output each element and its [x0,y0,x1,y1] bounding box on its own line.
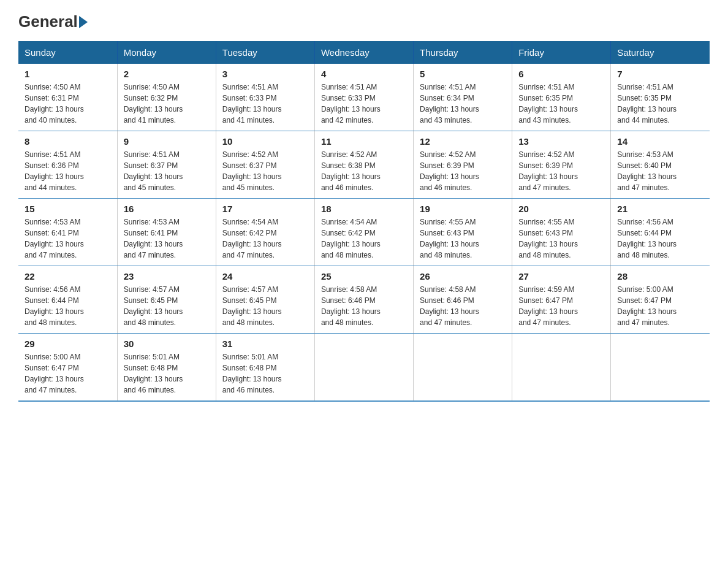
day-cell: 8 Sunrise: 4:51 AM Sunset: 6:36 PM Dayli… [18,131,117,199]
header-day-thursday: Thursday [414,41,512,64]
day-number: 26 [420,271,506,282]
day-detail: Sunrise: 4:54 AM Sunset: 6:42 PM Dayligh… [321,216,407,261]
day-cell: 30 Sunrise: 5:01 AM Sunset: 6:48 PM Dayl… [117,334,216,402]
day-detail: Sunrise: 4:55 AM Sunset: 6:43 PM Dayligh… [420,216,506,261]
day-detail: Sunrise: 4:51 AM Sunset: 6:35 PM Dayligh… [518,82,604,126]
header-day-monday: Monday [117,41,216,64]
day-number: 6 [518,69,604,79]
day-cell: 3 Sunrise: 4:51 AM Sunset: 6:33 PM Dayli… [216,64,314,131]
day-cell: 7 Sunrise: 4:51 AM Sunset: 6:35 PM Dayli… [611,64,710,131]
day-number: 31 [222,339,308,349]
calendar-body: 1 Sunrise: 4:50 AM Sunset: 6:31 PM Dayli… [18,64,710,401]
day-detail: Sunrise: 4:52 AM Sunset: 6:38 PM Dayligh… [321,149,407,193]
header-row: SundayMondayTuesdayWednesdayThursdayFrid… [18,41,710,64]
calendar-table: SundayMondayTuesdayWednesdayThursdayFrid… [18,41,710,402]
day-number: 9 [124,136,210,147]
day-detail: Sunrise: 4:52 AM Sunset: 6:39 PM Dayligh… [518,149,604,193]
header-day-wednesday: Wednesday [314,41,413,64]
day-number: 13 [518,136,604,147]
day-number: 19 [420,204,506,214]
day-detail: Sunrise: 4:55 AM Sunset: 6:43 PM Dayligh… [518,216,604,261]
day-detail: Sunrise: 4:51 AM Sunset: 6:35 PM Dayligh… [617,82,703,126]
day-detail: Sunrise: 4:50 AM Sunset: 6:31 PM Dayligh… [25,82,111,126]
day-cell: 20 Sunrise: 4:55 AM Sunset: 6:43 PM Dayl… [512,199,611,266]
day-cell: 5 Sunrise: 4:51 AM Sunset: 6:34 PM Dayli… [414,64,512,131]
day-cell: 9 Sunrise: 4:51 AM Sunset: 6:37 PM Dayli… [117,131,216,199]
logo-general-text: General [18,12,78,31]
day-number: 24 [222,271,308,282]
day-number: 12 [420,136,506,147]
day-cell: 31 Sunrise: 5:01 AM Sunset: 6:48 PM Dayl… [216,334,314,402]
day-detail: Sunrise: 4:53 AM Sunset: 6:41 PM Dayligh… [25,216,111,261]
week-row-2: 8 Sunrise: 4:51 AM Sunset: 6:36 PM Dayli… [18,131,710,199]
week-row-5: 29 Sunrise: 5:00 AM Sunset: 6:47 PM Dayl… [18,334,710,402]
day-cell: 19 Sunrise: 4:55 AM Sunset: 6:43 PM Dayl… [414,199,512,266]
day-detail: Sunrise: 4:56 AM Sunset: 6:44 PM Dayligh… [617,216,703,261]
day-detail: Sunrise: 4:50 AM Sunset: 6:32 PM Dayligh… [124,82,210,126]
day-cell: 17 Sunrise: 4:54 AM Sunset: 6:42 PM Dayl… [216,199,314,266]
day-number: 21 [617,204,703,214]
day-cell: 28 Sunrise: 5:00 AM Sunset: 6:47 PM Dayl… [611,266,710,334]
day-detail: Sunrise: 5:01 AM Sunset: 6:48 PM Dayligh… [124,351,210,396]
day-cell: 6 Sunrise: 4:51 AM Sunset: 6:35 PM Dayli… [512,64,611,131]
day-cell: 2 Sunrise: 4:50 AM Sunset: 6:32 PM Dayli… [117,64,216,131]
day-cell: 16 Sunrise: 4:53 AM Sunset: 6:41 PM Dayl… [117,199,216,266]
header-day-sunday: Sunday [18,41,117,64]
day-cell: 22 Sunrise: 4:56 AM Sunset: 6:44 PM Dayl… [18,266,117,334]
day-number: 5 [420,69,506,79]
day-number: 1 [25,69,111,79]
day-number: 20 [518,204,604,214]
day-cell [314,334,413,402]
day-detail: Sunrise: 4:59 AM Sunset: 6:47 PM Dayligh… [518,284,604,328]
day-detail: Sunrise: 4:58 AM Sunset: 6:46 PM Dayligh… [321,284,407,328]
day-number: 27 [518,271,604,282]
day-cell: 15 Sunrise: 4:53 AM Sunset: 6:41 PM Dayl… [18,199,117,266]
day-number: 16 [124,204,210,214]
day-number: 17 [222,204,308,214]
day-cell: 21 Sunrise: 4:56 AM Sunset: 6:44 PM Dayl… [611,199,710,266]
logo: General [18,12,89,29]
header-day-saturday: Saturday [611,41,710,64]
day-cell: 18 Sunrise: 4:54 AM Sunset: 6:42 PM Dayl… [314,199,413,266]
day-number: 29 [25,339,111,349]
day-cell: 25 Sunrise: 4:58 AM Sunset: 6:46 PM Dayl… [314,266,413,334]
day-detail: Sunrise: 5:01 AM Sunset: 6:48 PM Dayligh… [222,351,308,396]
day-cell: 14 Sunrise: 4:53 AM Sunset: 6:40 PM Dayl… [611,131,710,199]
day-number: 15 [25,204,111,214]
day-number: 10 [222,136,308,147]
day-cell: 10 Sunrise: 4:52 AM Sunset: 6:37 PM Dayl… [216,131,314,199]
day-detail: Sunrise: 5:00 AM Sunset: 6:47 PM Dayligh… [617,284,703,328]
day-number: 4 [321,69,407,79]
day-number: 11 [321,136,407,147]
day-detail: Sunrise: 4:57 AM Sunset: 6:45 PM Dayligh… [124,284,210,328]
day-cell: 1 Sunrise: 4:50 AM Sunset: 6:31 PM Dayli… [18,64,117,131]
day-detail: Sunrise: 4:52 AM Sunset: 6:37 PM Dayligh… [222,149,308,193]
day-detail: Sunrise: 4:51 AM Sunset: 6:34 PM Dayligh… [420,82,506,126]
day-number: 14 [617,136,703,147]
day-number: 28 [617,271,703,282]
day-detail: Sunrise: 4:58 AM Sunset: 6:46 PM Dayligh… [420,284,506,328]
day-cell: 13 Sunrise: 4:52 AM Sunset: 6:39 PM Dayl… [512,131,611,199]
day-cell: 29 Sunrise: 5:00 AM Sunset: 6:47 PM Dayl… [18,334,117,402]
day-number: 25 [321,271,407,282]
day-detail: Sunrise: 4:57 AM Sunset: 6:45 PM Dayligh… [222,284,308,328]
day-number: 22 [25,271,111,282]
header-day-tuesday: Tuesday [216,41,314,64]
page-header: General [18,12,710,29]
day-cell [611,334,710,402]
day-cell: 26 Sunrise: 4:58 AM Sunset: 6:46 PM Dayl… [414,266,512,334]
day-number: 7 [617,69,703,79]
week-row-1: 1 Sunrise: 4:50 AM Sunset: 6:31 PM Dayli… [18,64,710,131]
day-number: 23 [124,271,210,282]
day-number: 3 [222,69,308,79]
day-cell [414,334,512,402]
week-row-3: 15 Sunrise: 4:53 AM Sunset: 6:41 PM Dayl… [18,199,710,266]
day-cell: 12 Sunrise: 4:52 AM Sunset: 6:39 PM Dayl… [414,131,512,199]
day-cell: 27 Sunrise: 4:59 AM Sunset: 6:47 PM Dayl… [512,266,611,334]
day-detail: Sunrise: 4:52 AM Sunset: 6:39 PM Dayligh… [420,149,506,193]
day-cell: 23 Sunrise: 4:57 AM Sunset: 6:45 PM Dayl… [117,266,216,334]
day-detail: Sunrise: 4:56 AM Sunset: 6:44 PM Dayligh… [25,284,111,328]
day-number: 8 [25,136,111,147]
day-detail: Sunrise: 4:51 AM Sunset: 6:33 PM Dayligh… [222,82,308,126]
day-cell: 11 Sunrise: 4:52 AM Sunset: 6:38 PM Dayl… [314,131,413,199]
